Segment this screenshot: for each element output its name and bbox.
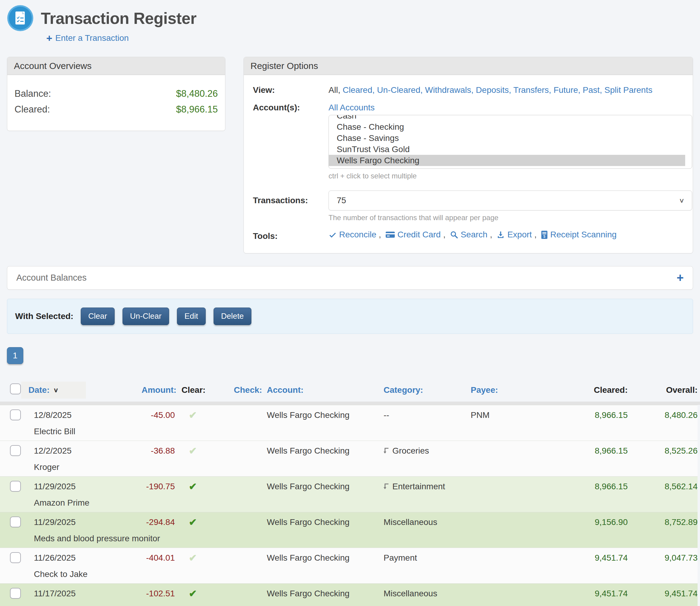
account-balances-title: Account Balances	[16, 273, 87, 283]
chevron-down-icon: ∨	[679, 197, 684, 204]
row-checkbox[interactable]	[10, 481, 21, 492]
table-row: 11/26/2025 -404.01 ✔ Wells Fargo Checkin…	[0, 547, 698, 583]
transactions-per-page-select[interactable]: 75 ∨	[329, 190, 692, 210]
view-filter-split-parents[interactable]: Split Parents	[604, 85, 653, 95]
tx-cleared-balance: 8,966.15	[581, 405, 630, 422]
account-overviews-body: Balance: $8,480.26 Cleared: $8,966.15	[7, 75, 225, 131]
row-checkbox[interactable]	[10, 588, 21, 599]
tx-check-number	[214, 405, 258, 422]
expand-plus-icon[interactable]: +	[677, 271, 684, 284]
tool-export[interactable]: Export	[496, 230, 532, 239]
view-filter-future[interactable]: Future,	[554, 85, 581, 95]
cleared-check-icon[interactable]: ✔	[189, 481, 197, 492]
delete-button[interactable]: Delete	[213, 307, 251, 325]
tx-payee	[461, 476, 581, 494]
tx-cleared-balance: 9,156.90	[581, 512, 630, 530]
view-filter-deposits[interactable]: Deposits,	[476, 85, 511, 95]
view-filter-withdrawals[interactable]: Withdrawals,	[425, 85, 473, 95]
account-option-chase-checking[interactable]: Chase - Checking	[329, 121, 685, 133]
enter-transaction-link[interactable]: Enter a Transaction	[55, 33, 129, 43]
view-label: View:	[253, 85, 329, 95]
account-option-wells-fargo-checking[interactable]: Wells Fargo Checking	[329, 155, 685, 166]
view-filter-past[interactable]: Past,	[583, 85, 602, 95]
tx-category: Miscellaneous	[375, 584, 461, 601]
cleared-check-icon[interactable]: ✔	[189, 410, 197, 421]
table-header-row: Date: ∨ Amount: Clear: Check: Account: C…	[0, 380, 698, 402]
view-filter-links: All, Cleared, Un-Cleared, Withdrawals, D…	[329, 85, 685, 95]
all-accounts-link[interactable]: All Accounts	[329, 103, 375, 112]
row-checkbox[interactable]	[10, 445, 21, 456]
tx-check-number	[214, 476, 258, 494]
tx-overall-balance: 8,752.89	[630, 512, 698, 530]
category-header[interactable]: Category:	[375, 385, 461, 395]
balance-label: Balance:	[15, 88, 51, 99]
tx-memo: Amazon Prime	[27, 494, 698, 512]
tx-cleared-balance: 8,966.15	[581, 476, 630, 494]
tx-payee	[461, 512, 581, 530]
cleared-balance-header: Cleared:	[581, 385, 630, 395]
check-header[interactable]: Check:	[214, 385, 258, 395]
download-icon	[496, 230, 505, 239]
account-overviews-panel: Account Overviews Balance: $8,480.26 Cle…	[7, 57, 225, 131]
account-overviews-title: Account Overviews	[7, 57, 225, 75]
account-option-suntrust-visa-gold[interactable]: SunTrust Visa Gold	[329, 144, 685, 155]
credit-card-icon	[385, 231, 395, 239]
tx-account: Wells Fargo Checking	[258, 441, 375, 458]
tx-date: 12/8/2025	[27, 405, 141, 422]
view-filter-cleared[interactable]: Cleared,	[343, 85, 375, 95]
tx-payee: PNM	[461, 405, 581, 422]
tx-payee	[461, 584, 581, 601]
view-filter-all: All	[329, 85, 338, 95]
accounts-label: Account(s):	[253, 103, 329, 113]
tx-check-number	[214, 548, 258, 565]
tx-amount: -294.84	[141, 512, 175, 530]
row-checkbox[interactable]	[10, 410, 21, 420]
accounts-listbox[interactable]: CashChase - CheckingChase - SavingsSunTr…	[329, 115, 692, 169]
page-button-1[interactable]: 1	[7, 347, 23, 364]
tx-date: 11/29/2025	[27, 512, 141, 530]
un-clear-button[interactable]: Un-Clear	[122, 307, 169, 325]
table-row: 11/17/2025 -102.51 ✔ Wells Fargo Checkin…	[0, 583, 698, 606]
account-option-chase-savings[interactable]: Chase - Savings	[329, 133, 685, 144]
view-filter-un-cleared[interactable]: Un-Cleared,	[377, 85, 423, 95]
cleared-check-icon[interactable]: ✔	[189, 588, 197, 599]
tx-overall-balance: 8,480.26	[630, 405, 698, 422]
account-header[interactable]: Account:	[258, 385, 375, 395]
clear-button[interactable]: Clear	[81, 307, 115, 325]
cleared-check-icon[interactable]: ✔	[189, 517, 197, 528]
register-options-panel: Register Options View: All, Cleared, Un-…	[244, 57, 693, 253]
clear-header: Clear:	[175, 385, 214, 395]
overall-balance-header: Overall:	[630, 385, 698, 395]
table-row: 11/29/2025 -190.75 ✔ Wells Fargo Checkin…	[0, 476, 698, 512]
tx-memo: Electric Bill	[27, 422, 698, 441]
table-header-divider	[0, 402, 700, 405]
select-all-checkbox[interactable]	[10, 383, 21, 394]
edit-button[interactable]: Edit	[177, 307, 206, 325]
view-filter-transfers[interactable]: Transfers,	[513, 85, 551, 95]
amount-header[interactable]: Amount:	[141, 385, 175, 395]
sort-by-date-header[interactable]: Date: ∨	[21, 381, 86, 399]
tx-memo: Check to Jake	[27, 565, 698, 583]
payee-header[interactable]: Payee:	[461, 385, 581, 395]
transactions-hint: The number of transactions that will app…	[329, 213, 692, 222]
tx-memo: Meds and blood pressure monitor	[27, 530, 698, 547]
row-checkbox[interactable]	[10, 552, 21, 563]
tx-amount: -36.88	[141, 441, 175, 458]
tx-cleared-balance: 9,451.74	[581, 584, 630, 601]
transactions-label: Transactions:	[253, 196, 329, 205]
tool-receipt-scanning[interactable]: $Receipt Scanning	[541, 230, 616, 239]
tx-check-number	[214, 512, 258, 530]
tool-reconcile[interactable]: Reconcile	[329, 230, 376, 239]
tool-credit-card[interactable]: Credit Card	[385, 230, 441, 239]
account-option-cash[interactable]: Cash	[329, 115, 685, 121]
tool-search[interactable]: Search	[450, 230, 488, 239]
tx-payee	[461, 441, 581, 458]
row-checkbox[interactable]	[10, 516, 21, 528]
check-icon	[329, 231, 337, 239]
app-header: Transaction Register + Enter a Transacti…	[0, 0, 700, 43]
cleared-check-icon[interactable]: ✔	[189, 553, 197, 563]
account-balances-bar[interactable]: Account Balances +	[7, 266, 693, 290]
cleared-check-icon[interactable]: ✔	[189, 445, 197, 456]
plus-icon: +	[46, 34, 52, 42]
cleared-value: $8,966.15	[176, 104, 218, 115]
